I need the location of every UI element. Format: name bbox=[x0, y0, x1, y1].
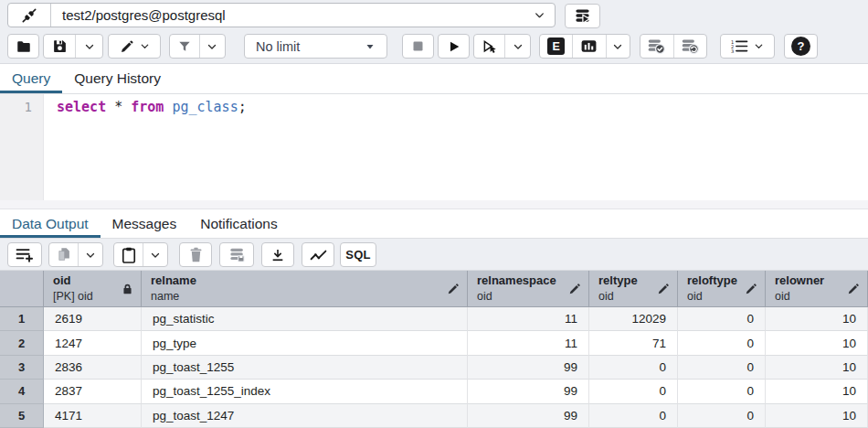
explain-button[interactable]: E bbox=[540, 35, 572, 58]
execute-to-cursor-button[interactable] bbox=[474, 35, 504, 58]
save-data-button[interactable] bbox=[219, 242, 254, 267]
editor-tab-bar: Query Query History bbox=[0, 64, 868, 94]
show-sql-button[interactable]: SQL bbox=[340, 242, 376, 267]
pencil-icon[interactable] bbox=[447, 283, 460, 295]
grid-cell[interactable]: pg_toast_1255_index bbox=[142, 380, 468, 403]
panel-splitter[interactable] bbox=[0, 200, 868, 209]
commit-button[interactable] bbox=[640, 35, 673, 58]
grid-cell[interactable]: pg_statistic bbox=[142, 307, 468, 331]
delete-row-button[interactable] bbox=[179, 242, 212, 267]
row-number[interactable]: 4 bbox=[0, 380, 44, 403]
code-token: * bbox=[114, 99, 122, 115]
column-header-relowner[interactable]: relowneroid bbox=[766, 271, 868, 307]
explain-analyze-button[interactable] bbox=[572, 35, 605, 58]
cancel-query-button[interactable] bbox=[402, 34, 434, 59]
explain-group: E bbox=[539, 34, 630, 59]
column-header-oid[interactable]: oid[PK] oid bbox=[44, 271, 142, 307]
pencil-icon[interactable] bbox=[745, 283, 757, 295]
filter-button-group bbox=[169, 34, 226, 59]
grid-cell[interactable]: 0 bbox=[678, 404, 766, 428]
row-number[interactable]: 1 bbox=[0, 307, 44, 331]
tab-query[interactable]: Query bbox=[0, 64, 62, 93]
code-token bbox=[106, 99, 114, 115]
pencil-icon[interactable] bbox=[568, 283, 581, 295]
new-connection-button[interactable] bbox=[565, 4, 600, 28]
grid-cell[interactable]: 0 bbox=[678, 331, 766, 355]
line-graph-icon bbox=[310, 248, 327, 262]
grid-cell[interactable]: 99 bbox=[468, 356, 589, 380]
execute-options-button[interactable] bbox=[504, 35, 530, 58]
column-header-relname[interactable]: relnamename bbox=[142, 271, 468, 307]
grid-cell[interactable]: 1247 bbox=[44, 331, 142, 355]
grid-corner-cell[interactable] bbox=[0, 271, 44, 307]
grid-cell[interactable]: 0 bbox=[589, 356, 678, 380]
pencil-icon[interactable] bbox=[657, 283, 670, 295]
save-button[interactable] bbox=[44, 35, 75, 58]
grid-cell[interactable]: 10 bbox=[766, 307, 868, 331]
connection-select[interactable]: test2/postgres@postgresql bbox=[7, 3, 556, 27]
grid-cell[interactable]: pg_type bbox=[142, 331, 468, 355]
grid-cell[interactable]: 10 bbox=[766, 356, 868, 380]
code-line[interactable]: select * from pg_class; bbox=[44, 94, 868, 200]
tab-messages[interactable]: Messages bbox=[101, 209, 189, 238]
grid-cell[interactable]: 4171 bbox=[44, 404, 142, 428]
column-header-relnamespace[interactable]: relnamespaceoid bbox=[468, 271, 589, 307]
grid-cell[interactable]: pg_toast_1247 bbox=[142, 404, 468, 428]
edit-menu-button[interactable] bbox=[108, 34, 161, 59]
macros-button[interactable]: 123 bbox=[720, 34, 775, 59]
limit-select[interactable]: No limit bbox=[244, 34, 387, 59]
row-number[interactable]: 3 bbox=[0, 356, 44, 380]
row-number[interactable]: 2 bbox=[0, 331, 44, 355]
tab-notifications[interactable]: Notifications bbox=[188, 209, 289, 238]
grid-cell[interactable]: 10 bbox=[766, 404, 868, 428]
help-icon: ? bbox=[791, 37, 810, 56]
tab-data-output[interactable]: Data Output bbox=[0, 209, 101, 238]
grid-cell[interactable]: pg_toast_1255 bbox=[142, 356, 468, 380]
explain-options-button[interactable] bbox=[606, 35, 630, 58]
grid-cell[interactable]: 11 bbox=[468, 307, 589, 331]
database-commit-icon bbox=[647, 37, 666, 56]
grid-cell[interactable]: 99 bbox=[468, 404, 589, 428]
grid-cell[interactable]: 12029 bbox=[589, 307, 678, 331]
execute-button[interactable] bbox=[438, 34, 470, 59]
grid-cell[interactable]: 0 bbox=[678, 307, 766, 331]
help-button[interactable]: ? bbox=[784, 34, 818, 59]
paste-button[interactable] bbox=[114, 243, 143, 266]
grid-cell[interactable]: 0 bbox=[589, 404, 678, 428]
column-header-reltype[interactable]: reltypeoid bbox=[589, 271, 678, 307]
grid-cell[interactable]: 10 bbox=[766, 331, 868, 355]
grid-cell[interactable]: 99 bbox=[468, 380, 589, 403]
chevron-down-icon bbox=[150, 250, 161, 261]
paste-options-button[interactable] bbox=[143, 243, 167, 266]
graph-visualizer-button[interactable] bbox=[302, 242, 334, 267]
grid-cell[interactable]: 0 bbox=[678, 356, 766, 380]
add-row-button[interactable] bbox=[7, 242, 42, 267]
grid-cell[interactable]: 2619 bbox=[44, 307, 142, 331]
sql-editor[interactable]: 1 select * from pg_class; bbox=[0, 94, 868, 200]
grid-cell[interactable]: 2836 bbox=[44, 356, 142, 380]
grid-cell[interactable]: 71 bbox=[589, 331, 678, 355]
column-title: reltype bbox=[598, 273, 653, 289]
grid-cell[interactable]: 2837 bbox=[44, 380, 142, 403]
download-button[interactable] bbox=[261, 242, 294, 267]
row-number[interactable]: 5 bbox=[0, 404, 44, 428]
execute-options-group bbox=[473, 34, 531, 59]
rollback-button[interactable] bbox=[673, 35, 707, 58]
grid-cell[interactable]: 11 bbox=[468, 331, 589, 355]
results-grid: oid[PK] oidrelnamenamerelnamespaceoidrel… bbox=[0, 271, 868, 428]
pencil-icon[interactable] bbox=[847, 283, 860, 295]
filter-button[interactable] bbox=[170, 35, 199, 58]
grid-cell[interactable]: 10 bbox=[766, 380, 868, 403]
save-icon bbox=[52, 38, 68, 54]
copy-button[interactable] bbox=[49, 243, 78, 266]
grid-cell[interactable]: 0 bbox=[678, 380, 766, 403]
open-file-button[interactable] bbox=[7, 34, 39, 59]
grid-cell[interactable]: 0 bbox=[589, 380, 678, 403]
tab-query-history[interactable]: Query History bbox=[62, 64, 173, 93]
filter-icon bbox=[177, 39, 192, 54]
filter-options-button[interactable] bbox=[199, 35, 225, 58]
copy-group bbox=[48, 242, 103, 267]
save-options-button[interactable] bbox=[75, 35, 102, 58]
copy-options-button[interactable] bbox=[78, 243, 102, 266]
column-header-reloftype[interactable]: reloftypeoid bbox=[678, 271, 766, 307]
